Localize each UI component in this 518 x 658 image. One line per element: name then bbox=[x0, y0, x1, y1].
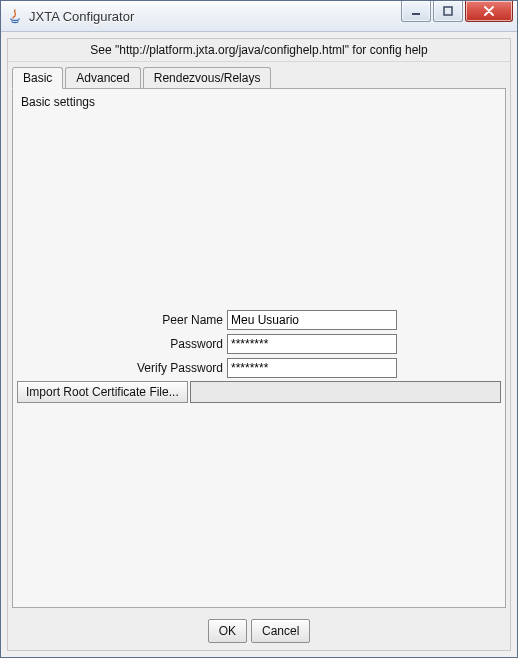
window-controls bbox=[401, 1, 517, 31]
cancel-button[interactable]: Cancel bbox=[251, 619, 310, 643]
verify-password-input[interactable] bbox=[227, 358, 397, 378]
verify-password-label: Verify Password bbox=[13, 361, 227, 375]
row-verify-password: Verify Password bbox=[13, 357, 505, 379]
java-icon bbox=[7, 8, 23, 24]
peer-name-label: Peer Name bbox=[13, 313, 227, 327]
tab-advanced[interactable]: Advanced bbox=[65, 67, 140, 89]
tab-basic[interactable]: Basic bbox=[12, 67, 63, 89]
password-label: Password bbox=[13, 337, 227, 351]
peer-name-input[interactable] bbox=[227, 310, 397, 330]
tab-strip: Basic Advanced Rendezvous/Relays bbox=[8, 62, 510, 88]
close-button[interactable] bbox=[465, 1, 513, 22]
row-import-cert: Import Root Certificate File... bbox=[17, 381, 501, 403]
row-password: Password bbox=[13, 333, 505, 355]
ok-button[interactable]: OK bbox=[208, 619, 247, 643]
client-area: See "http://platform.jxta.org/java/confi… bbox=[7, 38, 511, 651]
tab-panel-basic: Basic settings Peer Name Password Verify… bbox=[12, 88, 506, 608]
svg-rect-0 bbox=[412, 13, 420, 15]
maximize-button[interactable] bbox=[433, 1, 463, 22]
password-input[interactable] bbox=[227, 334, 397, 354]
row-peer-name: Peer Name bbox=[13, 309, 505, 331]
dialog-buttons: OK Cancel bbox=[8, 612, 510, 650]
help-text: See "http://platform.jxta.org/java/confi… bbox=[8, 39, 510, 62]
minimize-button[interactable] bbox=[401, 1, 431, 22]
section-title: Basic settings bbox=[13, 89, 505, 115]
tab-rendezvous[interactable]: Rendezvous/Relays bbox=[143, 67, 272, 89]
window-title: JXTA Configurator bbox=[29, 9, 401, 24]
titlebar: JXTA Configurator bbox=[1, 1, 517, 32]
import-cert-path[interactable] bbox=[190, 381, 501, 403]
svg-rect-1 bbox=[444, 7, 452, 15]
import-cert-button[interactable]: Import Root Certificate File... bbox=[17, 381, 188, 403]
basic-form: Peer Name Password Verify Password Impor… bbox=[13, 309, 505, 403]
app-window: JXTA Configurator See "http://platform.j… bbox=[0, 0, 518, 658]
